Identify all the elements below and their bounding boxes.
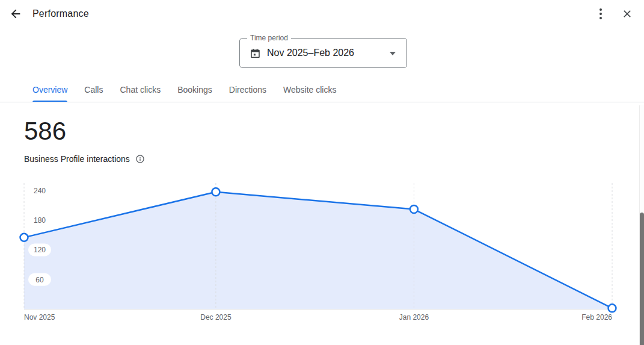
metric-label: Business Profile interactions bbox=[24, 154, 130, 164]
info-icon bbox=[135, 154, 145, 164]
svg-text:Dec 2025: Dec 2025 bbox=[200, 313, 232, 322]
svg-text:240: 240 bbox=[34, 187, 46, 195]
svg-text:120: 120 bbox=[34, 246, 46, 254]
svg-text:Nov 2025: Nov 2025 bbox=[24, 313, 55, 322]
tabs-divider bbox=[0, 102, 644, 102]
close-button[interactable] bbox=[615, 2, 639, 26]
tab-website-clicks[interactable]: Website clicks bbox=[275, 77, 345, 102]
performance-panel: Performance Time period Nov 2025–Feb bbox=[0, 0, 644, 345]
kebab-menu-icon bbox=[600, 8, 602, 19]
time-period-label: Time period bbox=[247, 34, 291, 43]
dropdown-arrow-icon bbox=[390, 52, 396, 55]
arrow-left-icon bbox=[9, 7, 22, 20]
svg-text:Feb 2026: Feb 2026 bbox=[581, 313, 612, 322]
back-button[interactable] bbox=[4, 2, 28, 26]
header: Performance bbox=[0, 0, 644, 28]
tab-bookings[interactable]: Bookings bbox=[169, 77, 221, 102]
calendar-icon bbox=[250, 48, 261, 59]
metric-value: 586 bbox=[24, 117, 66, 146]
svg-text:60: 60 bbox=[35, 276, 44, 284]
close-icon bbox=[621, 8, 633, 20]
tab-overview[interactable]: Overview bbox=[24, 77, 76, 102]
svg-text:180: 180 bbox=[34, 216, 46, 225]
more-options-button[interactable] bbox=[589, 2, 613, 26]
time-period-value: Nov 2025–Feb 2026 bbox=[267, 48, 354, 58]
tab-bar: Overview Calls Chat clicks Bookings Dire… bbox=[24, 77, 345, 102]
tab-chat-clicks[interactable]: Chat clicks bbox=[111, 77, 169, 102]
time-period-select[interactable]: Time period Nov 2025–Feb 2026 bbox=[239, 38, 407, 68]
scrollbar-track[interactable] bbox=[639, 105, 644, 345]
page-title: Performance bbox=[32, 8, 89, 19]
tab-directions[interactable]: Directions bbox=[221, 77, 275, 102]
svg-text:Jan 2026: Jan 2026 bbox=[399, 313, 429, 322]
scrollbar-thumb[interactable] bbox=[640, 213, 644, 345]
info-button[interactable] bbox=[135, 154, 145, 164]
interactions-area-chart: 60120180240Nov 2025Dec 2025Jan 2026Feb 2… bbox=[0, 181, 637, 331]
tab-calls[interactable]: Calls bbox=[76, 77, 111, 102]
interactions-chart: 60120180240Nov 2025Dec 2025Jan 2026Feb 2… bbox=[0, 181, 637, 331]
